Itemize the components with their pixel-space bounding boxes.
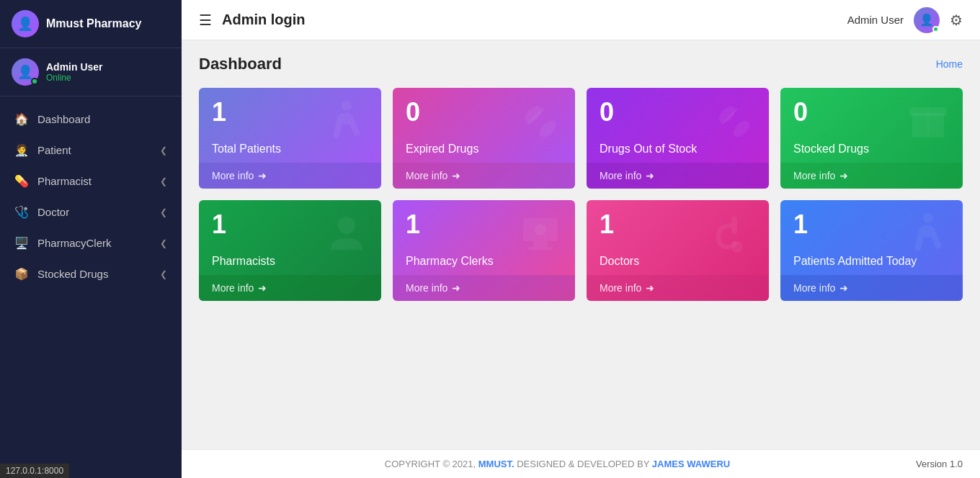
sidebar-brand: 👤 Mmust Pharmacy [0, 0, 182, 48]
footer-brand: MMUST. [478, 459, 514, 469]
footer-middle: DESIGNED & DEVELOPED BY [517, 459, 649, 469]
brand-name: Mmust Pharmacy [46, 17, 142, 30]
more-info-label-stocked-drugs: More info [793, 170, 835, 181]
sidebar-item-pharmacist[interactable]: 💊 Pharmacist ❮ [0, 166, 182, 197]
sidebar-item-patient[interactable]: 🧑‍⚕️ Patient ❮ [0, 135, 182, 166]
stat-card-doctors[interactable]: 1 Doctors More info ➜ [587, 200, 769, 301]
topbar-user-name: Admin User [847, 14, 904, 26]
arrow-icon-patients-admitted: ➜ [839, 282, 848, 294]
sidebar: 👤 Mmust Pharmacy 👤 Admin User Online 🏠 D… [0, 0, 182, 478]
stat-footer-pharmacy-clerks[interactable]: More info ➜ [393, 275, 575, 301]
brand-avatar: 👤 [12, 10, 39, 37]
topbar-avatar: 👤 [914, 7, 940, 33]
stat-icon-drugs-out-of-stock [711, 99, 757, 152]
arrow-icon-total-patients: ➜ [258, 170, 267, 181]
stat-icon-total-patients [324, 99, 370, 152]
stat-card-expired-drugs[interactable]: 0 Expired Drugs More info ➜ [393, 88, 575, 189]
stats-row-1: 1 Total Patients More info ➜ 0 Expired D… [199, 88, 963, 189]
topbar-title: Admin login [222, 12, 306, 28]
stat-card-pharmacy-clerks[interactable]: 1 Pharmacy Clerks More info ➜ [393, 200, 575, 301]
sidebar-item-pharmacist-label: Pharmacist [37, 175, 92, 187]
stockeddrugs-chevron-icon: ❮ [160, 269, 167, 279]
sidebar-item-dashboard-label: Dashboard [37, 113, 90, 125]
user-online-status: Online [46, 73, 103, 83]
more-info-label-drugs-out-of-stock: More info [600, 170, 641, 181]
sidebar-item-stockeddrugs[interactable]: 📦 Stocked Drugs ❮ [0, 258, 182, 289]
more-info-label-pharmacy-clerks: More info [406, 282, 447, 294]
stat-icon-patients-admitted [905, 211, 951, 264]
more-info-label-patients-admitted: More info [793, 282, 835, 294]
doctor-chevron-icon: ❮ [160, 207, 167, 217]
stat-card-pharmacists[interactable]: 1 Pharmacists More info ➜ [199, 200, 381, 301]
stat-footer-pharmacists[interactable]: More info ➜ [199, 275, 381, 301]
stat-card-body-pharmacists: 1 Pharmacists [199, 200, 381, 275]
svg-point-1 [522, 103, 544, 125]
svg-point-2 [536, 117, 558, 140]
stat-icon-doctors [711, 211, 757, 264]
sidebar-item-pharmacyclerk[interactable]: 🖥️ PharmacyClerk ❮ [0, 227, 182, 258]
arrow-icon-doctors: ➜ [646, 282, 654, 294]
svg-point-0 [342, 101, 352, 111]
svg-point-10 [338, 217, 355, 234]
address-bar: 127.0.0.1:8000 [0, 464, 69, 478]
home-link[interactable]: Home [936, 58, 963, 70]
sidebar-item-dashboard[interactable]: 🏠 Dashboard [0, 104, 182, 135]
doctor-icon: 🩺 [14, 205, 29, 219]
stat-icon-pharmacists [324, 211, 370, 264]
dashboard-icon: 🏠 [14, 112, 29, 126]
stat-card-body-total-patients: 1 Total Patients [199, 88, 381, 163]
stat-card-body-patients-admitted: 1 Patients Admitted Today [780, 200, 963, 275]
user-info: Admin User Online [46, 61, 103, 83]
user-name: Admin User [46, 61, 103, 73]
svg-rect-13 [529, 247, 552, 250]
stat-footer-doctors[interactable]: More info ➜ [587, 275, 769, 301]
stat-card-drugs-out-of-stock[interactable]: 0 Drugs Out of Stock More info ➜ [587, 88, 769, 189]
stat-card-body-doctors: 1 Doctors [587, 200, 769, 275]
more-info-label-pharmacists: More info [212, 282, 254, 294]
pharmacist-icon: 💊 [14, 174, 29, 188]
more-info-label-expired-drugs: More info [406, 170, 447, 181]
stat-card-body-expired-drugs: 0 Expired Drugs [393, 88, 575, 163]
stat-footer-total-patients[interactable]: More info ➜ [199, 163, 381, 189]
more-info-label-doctors: More info [600, 282, 641, 294]
hamburger-icon[interactable]: ☰ [199, 12, 212, 29]
footer: COPYRIGHT © 2021, MMUST. DESIGNED & DEVE… [182, 449, 980, 478]
sidebar-item-pharmacyclerk-label: PharmacyClerk [37, 237, 112, 249]
dashboard-heading: Dashboard [199, 55, 282, 73]
topbar-left: ☰ Admin login [199, 12, 306, 29]
more-info-label-total-patients: More info [212, 170, 254, 181]
stats-row-2: 1 Pharmacists More info ➜ 1 Pharmacy Cle… [199, 200, 963, 301]
patient-chevron-icon: ❮ [160, 145, 167, 155]
user-avatar: 👤 [12, 58, 39, 86]
patient-icon: 🧑‍⚕️ [14, 143, 29, 157]
svg-point-5 [730, 117, 752, 140]
sidebar-item-doctor[interactable]: 🩺 Doctor ❮ [0, 197, 182, 227]
stat-footer-patients-admitted[interactable]: More info ➜ [780, 275, 963, 301]
arrow-icon-drugs-out-of-stock: ➜ [646, 170, 654, 181]
stat-card-body-pharmacy-clerks: 1 Pharmacy Clerks [393, 200, 575, 275]
stat-card-body-stocked-drugs: 0 Stocked Drugs [780, 88, 963, 163]
stat-icon-expired-drugs [517, 99, 564, 152]
footer-version: Version 1.0 [916, 459, 963, 469]
stat-footer-drugs-out-of-stock[interactable]: More info ➜ [587, 163, 769, 189]
svg-point-4 [716, 103, 738, 125]
svg-rect-15 [731, 217, 737, 234]
main-content: ☰ Admin login Admin User 👤 ⚙ Dashboard H… [182, 0, 980, 478]
sidebar-item-stockeddrugs-label: Stocked Drugs [37, 268, 108, 280]
gear-icon[interactable]: ⚙ [950, 12, 963, 29]
sidebar-user: 👤 Admin User Online [0, 48, 182, 96]
user-status-dot [31, 78, 38, 85]
stat-footer-expired-drugs[interactable]: More info ➜ [393, 163, 575, 189]
topbar-right: Admin User 👤 ⚙ [847, 7, 963, 33]
stat-footer-stocked-drugs[interactable]: More info ➜ [780, 163, 963, 189]
arrow-icon-pharmacists: ➜ [258, 282, 267, 294]
stat-card-stocked-drugs[interactable]: 0 Stocked Drugs More info ➜ [780, 88, 963, 189]
pharmacyclerk-chevron-icon: ❮ [160, 238, 167, 248]
stat-card-total-patients[interactable]: 1 Total Patients More info ➜ [199, 88, 381, 189]
arrow-icon-expired-drugs: ➜ [452, 170, 460, 181]
stat-card-patients-admitted[interactable]: 1 Patients Admitted Today More info ➜ [780, 200, 963, 301]
pharmacist-chevron-icon: ❮ [160, 176, 167, 186]
stat-icon-pharmacy-clerks [517, 211, 564, 264]
footer-copyright: COPYRIGHT © 2021, [385, 459, 476, 469]
topbar: ☰ Admin login Admin User 👤 ⚙ [182, 0, 980, 40]
